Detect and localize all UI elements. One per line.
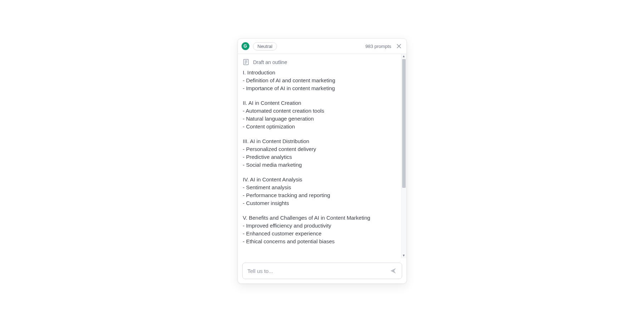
tone-label: Neutral — [258, 44, 273, 49]
scroll-thumb[interactable] — [402, 59, 406, 188]
outline-section-heading: III. AI in Content Distribution — [243, 137, 396, 145]
outline-bullet: - Performance tracking and reporting — [243, 191, 396, 199]
composer-input-row — [242, 263, 402, 279]
vertical-scrollbar[interactable]: ▲ ▼ — [401, 54, 406, 258]
outline-bullet: - Personalized content delivery — [243, 145, 396, 153]
send-button[interactable] — [388, 266, 398, 276]
content-area: Draft an outline I. Introduction- Defini… — [238, 54, 401, 258]
outline-bullet: - Predictive analytics — [243, 153, 396, 161]
composer-area — [238, 258, 406, 283]
outline-document-icon — [243, 59, 249, 65]
outline-bullet: - Ethical concerns and potential biases — [243, 238, 396, 245]
outline-bullet: - Enhanced customer experience — [243, 230, 396, 238]
grammarly-logo-icon: G — [241, 42, 249, 50]
outline-content: I. Introduction- Definition of AI and co… — [243, 69, 396, 245]
composer-input[interactable] — [248, 268, 385, 274]
outline-bullet: - Content optimization — [243, 123, 396, 131]
document-action-title: Draft an outline — [253, 59, 287, 65]
outline-bullet: - Definition of AI and content marketing — [243, 77, 396, 84]
outline-section-heading: IV. AI in Content Analysis — [243, 176, 396, 184]
close-icon — [397, 44, 401, 48]
outline-bullet: - Automated content creation tools — [243, 107, 396, 115]
outline-bullet: - Customer insights — [243, 199, 396, 207]
assistant-panel: G Neutral 983 prompts Draft an outline I… — [238, 38, 407, 284]
outline-section-heading: V. Benefits and Challenges of AI in Cont… — [243, 214, 396, 222]
outline-bullet: - Sentiment analysis — [243, 184, 396, 191]
logo-letter: G — [244, 44, 247, 49]
panel-header: G Neutral 983 prompts — [238, 39, 406, 54]
tone-selector[interactable]: Neutral — [253, 42, 277, 50]
scroll-up-arrow-icon[interactable]: ▲ — [401, 54, 406, 59]
outline-section-heading: I. Introduction — [243, 69, 396, 77]
document-action-header: Draft an outline — [243, 59, 396, 65]
panel-body: Draft an outline I. Introduction- Defini… — [238, 54, 406, 258]
outline-bullet: - Social media marketing — [243, 161, 396, 169]
close-button[interactable] — [395, 42, 403, 50]
outline-section-heading: II. AI in Content Creation — [243, 99, 396, 107]
outline-bullet: - Importance of AI in content marketing — [243, 84, 396, 92]
outline-bullet: - Natural language generation — [243, 115, 396, 123]
scroll-down-arrow-icon[interactable]: ▼ — [401, 254, 406, 258]
prompt-count: 983 prompts — [365, 44, 391, 49]
outline-bullet: - Improved efficiency and productivity — [243, 222, 396, 230]
send-icon — [390, 267, 397, 274]
